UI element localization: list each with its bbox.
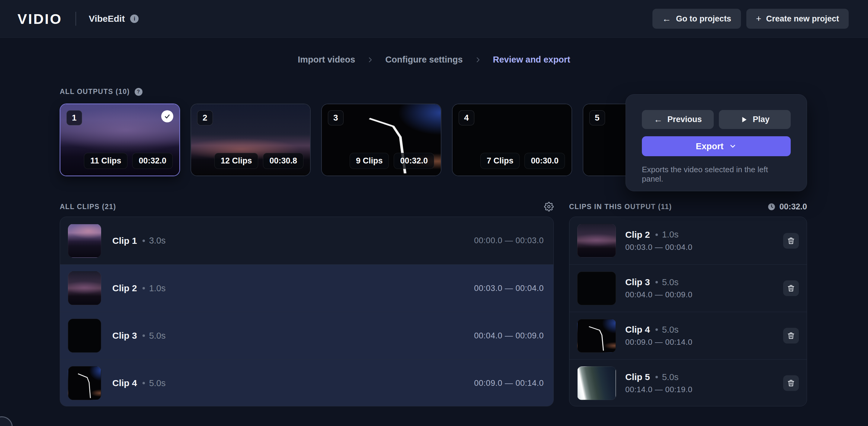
trash-icon	[787, 332, 795, 340]
clip-thumbnail	[68, 271, 101, 305]
clip-name: Clip 3	[625, 277, 650, 287]
clip-duration: 5.0s	[149, 378, 166, 388]
clip-duration: 5.0s	[662, 277, 679, 287]
bullet-dot	[655, 281, 658, 283]
outputs-header-label: ALL OUTPUTS (10)	[60, 88, 130, 96]
clip-row-4[interactable]: Clip 4 5.0s 00:09.0 — 00:14.0	[60, 359, 553, 406]
clip-text: Clip 2 1.0s 00:03.0 — 00:04.0	[625, 230, 692, 252]
clip-name: Clip 2	[625, 230, 650, 240]
clip-thumbnail	[577, 272, 616, 305]
settings-gear-icon[interactable]	[544, 202, 554, 211]
create-new-project-button[interactable]: + Create new project	[746, 9, 849, 29]
chevron-right-icon	[474, 56, 482, 63]
clip-time-range: 00:00.0 — 00:03.0	[474, 236, 544, 245]
clip-time-range: 00:03.0 — 00:04.0	[625, 243, 692, 252]
all-clips-panel: Clip 1 3.0s 00:00.0 — 00:03.0 Clip 2 1.0…	[60, 217, 554, 406]
export-label: Export	[696, 141, 724, 151]
bullet-dot	[143, 382, 145, 384]
clips-count-badge: 11 Clips	[84, 153, 127, 169]
play-button[interactable]: Play	[719, 110, 791, 129]
clip-thumbnail	[577, 224, 616, 257]
app-name: VibeEdit	[89, 13, 125, 24]
duration-badge: 00:30.0	[524, 153, 565, 169]
help-icon[interactable]: ?	[135, 88, 143, 96]
previous-button[interactable]: ← Previous	[642, 110, 714, 129]
step-import-videos[interactable]: Import videos	[298, 55, 355, 65]
chevron-down-icon	[729, 142, 737, 150]
delete-clip-button[interactable]	[783, 280, 799, 296]
clip-row-2[interactable]: Clip 2 1.0s 00:03.0 — 00:04.0	[60, 264, 553, 312]
clip-text: Clip 5 5.0s 00:14.0 — 00:19.0	[625, 372, 692, 394]
output-badges: 11 Clips 00:32.0	[84, 153, 173, 169]
output-card-3[interactable]: 3 9 Clips 00:32.0	[321, 104, 441, 176]
output-total-duration: 00:32.0	[779, 202, 807, 211]
step-configure-settings[interactable]: Configure settings	[385, 55, 463, 65]
info-icon[interactable]: i	[130, 15, 138, 23]
total-duration-wrap: 00:32.0	[768, 202, 807, 211]
clip-time-range: 00:04.0 — 00:09.0	[625, 290, 692, 300]
topbar: VIDIO VibeEdit i ← Go to projects + Crea…	[0, 0, 868, 38]
chevron-right-icon	[367, 56, 374, 63]
output-clip-row-1[interactable]: Clip 2 1.0s 00:03.0 — 00:04.0	[569, 217, 807, 264]
previous-label: Previous	[667, 115, 702, 124]
delete-clip-button[interactable]	[783, 233, 799, 249]
clip-row-3[interactable]: Clip 3 5.0s 00:04.0 — 00:09.0	[60, 312, 553, 359]
clip-row-1[interactable]: Clip 1 3.0s 00:00.0 — 00:03.0	[60, 217, 553, 264]
delete-clip-button[interactable]	[783, 375, 799, 391]
bullet-dot	[655, 376, 658, 378]
bullet-dot	[655, 329, 658, 331]
headlight-line	[578, 319, 616, 352]
delete-clip-button[interactable]	[783, 328, 799, 343]
export-caption: Exports the video selected in the left p…	[642, 165, 791, 184]
clip-text: Clip 3 5.0s 00:04.0 — 00:09.0	[625, 277, 692, 300]
output-clip-row-2[interactable]: Clip 3 5.0s 00:04.0 — 00:09.0	[569, 264, 807, 312]
clip-name: Clip 4	[112, 378, 137, 388]
arrow-left-icon: ←	[662, 14, 671, 23]
output-badges: 9 Clips 00:32.0	[350, 153, 434, 169]
clips-count-badge: 9 Clips	[350, 153, 389, 169]
clips-count-badge: 12 Clips	[214, 153, 258, 169]
all-clips-column: ALL CLIPS (21) Clip 1 3.0s 00:00.0 — 00:…	[60, 201, 554, 406]
output-clips-panel: Clip 2 1.0s 00:03.0 — 00:04.0	[569, 217, 807, 406]
step-review-and-export[interactable]: Review and export	[493, 55, 570, 65]
output-number-badge: 1	[66, 110, 82, 125]
vidio-logo: VIDIO	[18, 10, 62, 27]
clip-name: Clip 3	[112, 331, 137, 341]
output-number-badge: 2	[197, 110, 213, 125]
trash-icon	[787, 236, 795, 245]
go-to-projects-button[interactable]: ← Go to projects	[652, 9, 741, 29]
headlight-line	[68, 367, 101, 400]
clip-name: Clip 2	[112, 283, 137, 293]
create-new-project-label: Create new project	[766, 14, 839, 24]
output-clips-header-label: CLIPS IN THIS OUTPUT (11)	[569, 203, 672, 211]
output-card-2[interactable]: 2 12 Clips 00:30.8	[190, 104, 311, 176]
plus-icon: +	[756, 14, 762, 23]
clip-time-range: 00:14.0 — 00:19.0	[625, 385, 692, 394]
clip-duration: 5.0s	[662, 372, 679, 382]
selected-check-icon	[161, 110, 173, 122]
export-panel: ← Previous Play Export Exports the video…	[626, 94, 807, 191]
all-clips-header-label: ALL CLIPS (21)	[60, 203, 116, 211]
corner-fab-peek[interactable]	[0, 416, 13, 426]
clip-time-range: 00:04.0 — 00:09.0	[474, 331, 544, 341]
output-clip-row-3[interactable]: Clip 4 5.0s 00:09.0 — 00:14.0	[569, 312, 807, 359]
output-badges: 12 Clips 00:30.8	[214, 153, 303, 169]
clip-duration: 1.0s	[149, 283, 166, 293]
duration-badge: 00:32.0	[394, 153, 434, 169]
output-card-1[interactable]: 1 11 Clips 00:32.0	[60, 104, 180, 176]
clip-thumbnail	[68, 224, 101, 258]
clip-text: Clip 4 5.0s 00:09.0 — 00:14.0	[625, 324, 692, 347]
bullet-dot	[143, 287, 145, 289]
bullet-dot	[143, 335, 145, 337]
export-button[interactable]: Export	[642, 136, 791, 156]
output-clips-column: CLIPS IN THIS OUTPUT (11) 00:32.0 Clip 2…	[569, 201, 807, 406]
output-clip-row-4[interactable]: Clip 5 5.0s 00:14.0 — 00:19.0	[569, 359, 807, 406]
breadcrumb-steps: Import videos Configure settings Review …	[0, 55, 868, 65]
clips-count-badge: 7 Clips	[480, 153, 520, 169]
output-number-badge: 5	[589, 110, 605, 125]
output-card-4[interactable]: 4 7 Clips 00:30.0	[452, 104, 572, 176]
clip-time-range: 00:09.0 — 00:14.0	[625, 338, 692, 347]
clip-time-range: 00:09.0 — 00:14.0	[474, 378, 544, 388]
trash-icon	[787, 379, 795, 387]
duration-badge: 00:32.0	[132, 153, 173, 169]
